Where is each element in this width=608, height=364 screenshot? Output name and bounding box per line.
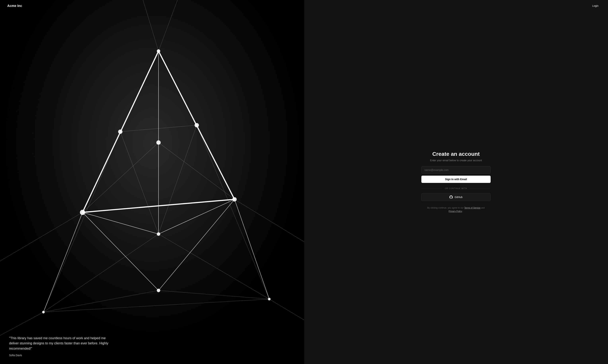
login-button[interactable]: Login (590, 3, 601, 8)
divider-text: OR CONTINUE WITH (445, 187, 467, 189)
auth-container: Create an account Enter your email below… (421, 151, 491, 213)
auth-subtitle: Enter your email below to create your ac… (430, 159, 482, 162)
terms-prefix: By clicking continue, you agree to our (427, 207, 464, 209)
github-label: GitHub (455, 196, 463, 199)
terms-and: and (480, 207, 485, 209)
github-button[interactable]: GitHub (421, 193, 491, 201)
privacy-policy-link[interactable]: Privacy Policy (449, 210, 462, 213)
navbar-logo: Acme Inc (7, 4, 22, 8)
terms-of-service-link[interactable]: Terms of Service (464, 207, 480, 209)
right-panel: Create an account Enter your email below… (304, 0, 608, 364)
divider-line-right (469, 188, 491, 188)
geometric-illustration (0, 0, 304, 364)
main-layout: "This library has saved me countless hou… (0, 0, 608, 364)
terms-suffix: . (462, 210, 463, 213)
svg-point-32 (157, 289, 160, 292)
auth-title: Create an account (432, 151, 480, 157)
testimonial-author: Sofia Davis (9, 354, 295, 357)
terms-text: By clicking continue, you agree to our T… (425, 206, 487, 213)
testimonial-text: "This library has saved me countless hou… (9, 336, 115, 351)
svg-rect-0 (0, 0, 304, 364)
testimonial-section: "This library has saved me countless hou… (0, 328, 304, 364)
navbar: Acme Inc Login (0, 0, 608, 12)
divider-line-left (421, 188, 443, 188)
sign-in-button[interactable]: Sign In with Email (421, 176, 491, 183)
left-panel: "This library has saved me countless hou… (0, 0, 304, 364)
github-icon (449, 195, 453, 199)
divider: OR CONTINUE WITH (421, 187, 491, 189)
email-input[interactable] (421, 166, 491, 174)
